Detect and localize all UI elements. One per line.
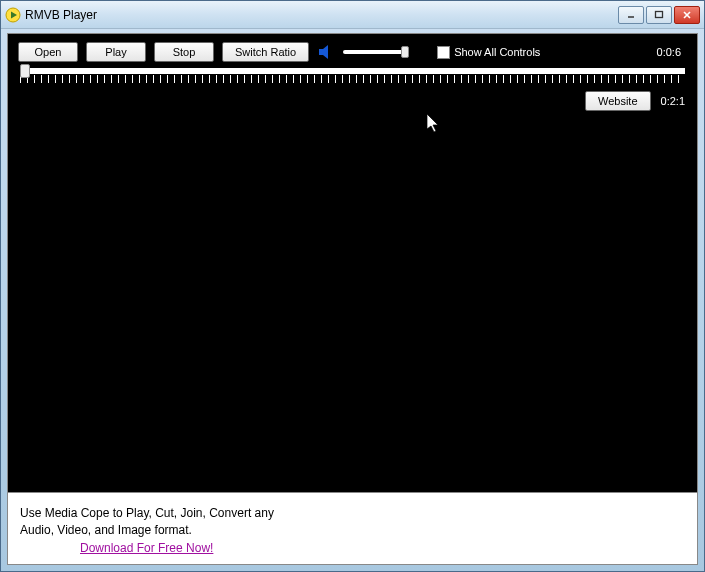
secondary-row: Website 0:2:1 [8,83,697,111]
close-button[interactable] [674,6,700,24]
window-controls [618,6,700,24]
total-time-label: 0:0:6 [657,46,687,58]
footer: Use Media Cope to Play, Cut, Join, Conve… [8,493,697,564]
player-area: Open Play Stop Switch Ratio Show All Con… [8,34,697,493]
play-button[interactable]: Play [86,42,146,62]
titlebar[interactable]: RMVB Player [1,1,704,29]
seek-bar-wrap [8,66,697,83]
footer-line1: Use Media Cope to Play, Cut, Join, Conve… [20,505,685,521]
aspect-ratio-label: 0:2:1 [661,95,685,107]
content-frame: Open Play Stop Switch Ratio Show All Con… [7,33,698,565]
seek-ticks [20,75,685,83]
seek-track[interactable] [20,68,685,74]
toolbar: Open Play Stop Switch Ratio Show All Con… [8,34,697,66]
download-link[interactable]: Download For Free Now! [80,540,213,556]
stop-button[interactable]: Stop [154,42,214,62]
svg-marker-7 [427,114,438,132]
seek-thumb[interactable] [20,64,30,78]
speaker-icon[interactable] [317,43,335,61]
cursor-icon [427,114,441,134]
svg-rect-3 [656,11,663,17]
open-button[interactable]: Open [18,42,78,62]
show-all-controls-wrap[interactable]: Show All Controls [437,46,540,59]
show-all-controls-checkbox[interactable] [437,46,450,59]
minimize-button[interactable] [618,6,644,24]
show-all-controls-label: Show All Controls [454,46,540,58]
svg-marker-6 [319,45,328,59]
footer-line2: Audio, Video, and Image format. [20,522,685,538]
website-button[interactable]: Website [585,91,651,111]
volume-slider[interactable] [343,50,409,54]
volume-thumb[interactable] [401,46,409,58]
maximize-button[interactable] [646,6,672,24]
switch-ratio-button[interactable]: Switch Ratio [222,42,309,62]
window-title: RMVB Player [25,8,618,22]
app-window: RMVB Player Open Play Stop Switch Ratio [0,0,705,572]
app-icon [5,7,21,23]
